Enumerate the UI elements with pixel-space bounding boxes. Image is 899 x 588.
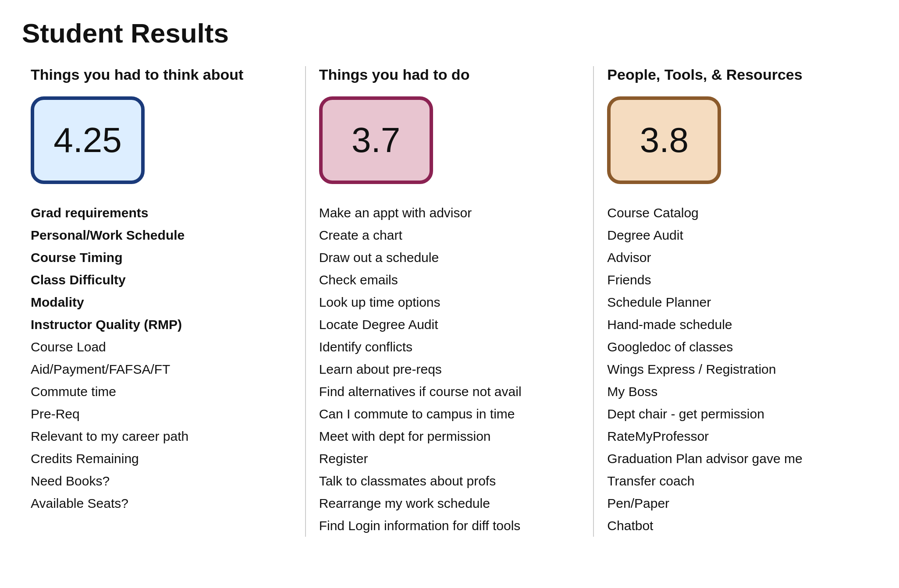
list-item: Register [319, 447, 580, 470]
list-item: Course Load [31, 336, 292, 358]
list-item: Aid/Payment/FAFSA/FT [31, 358, 292, 380]
list-item: Wings Express / Registration [607, 358, 868, 380]
list-item: Modality [31, 291, 292, 313]
column-divider [593, 66, 594, 537]
column-think: Things you had to think about4.25Grad re… [22, 66, 301, 514]
list-item: Schedule Planner [607, 291, 868, 313]
list-item: Hand-made schedule [607, 313, 868, 336]
list-item: Credits Remaining [31, 447, 292, 470]
list-item: Check emails [319, 269, 580, 291]
list-item: Talk to classmates about profs [319, 470, 580, 492]
list-item: RateMyProfessor [607, 425, 868, 447]
score-box-think: 4.25 [31, 96, 145, 184]
score-box-resources: 3.8 [607, 96, 721, 184]
list-item: Graduation Plan advisor gave me [607, 447, 868, 470]
list-item: Class Difficulty [31, 269, 292, 291]
list-item: Instructor Quality (RMP) [31, 313, 292, 336]
list-item: Need Books? [31, 470, 292, 492]
column-header-do: Things you had to do [319, 66, 580, 83]
column-header-think: Things you had to think about [31, 66, 292, 83]
item-list-resources: Course CatalogDegree AuditAdvisorFriends… [607, 202, 868, 537]
list-item: Relevant to my career path [31, 425, 292, 447]
list-item: Grad requirements [31, 202, 292, 224]
list-item: Make an appt with advisor [319, 202, 580, 224]
list-item: Learn about pre-reqs [319, 358, 580, 380]
column-header-resources: People, Tools, & Resources [607, 66, 868, 83]
list-item: Personal/Work Schedule [31, 224, 292, 246]
list-item: Commute time [31, 380, 292, 403]
list-item: Course Timing [31, 246, 292, 269]
list-item: Dept chair - get permission [607, 403, 868, 425]
list-item: Look up time options [319, 291, 580, 313]
list-item: Create a chart [319, 224, 580, 246]
list-item: Chatbot [607, 514, 868, 537]
list-item: Meet with dept for permission [319, 425, 580, 447]
list-item: Available Seats? [31, 492, 292, 514]
list-item: Friends [607, 269, 868, 291]
column-divider [305, 66, 306, 537]
list-item: Advisor [607, 246, 868, 269]
list-item: Find alternatives if course not avail [319, 380, 580, 403]
item-list-think: Grad requirementsPersonal/Work ScheduleC… [31, 202, 292, 514]
list-item: Can I commute to campus in time [319, 403, 580, 425]
columns-wrapper: Things you had to think about4.25Grad re… [22, 66, 877, 537]
page-title: Student Results [22, 18, 877, 49]
list-item: Locate Degree Audit [319, 313, 580, 336]
list-item: Googledoc of classes [607, 336, 868, 358]
list-item: Draw out a schedule [319, 246, 580, 269]
list-item: Degree Audit [607, 224, 868, 246]
list-item: My Boss [607, 380, 868, 403]
list-item: Transfer coach [607, 470, 868, 492]
list-item: Pre-Req [31, 403, 292, 425]
list-item: Identify conflicts [319, 336, 580, 358]
item-list-do: Make an appt with advisorCreate a chartD… [319, 202, 580, 537]
list-item: Course Catalog [607, 202, 868, 224]
column-resources: People, Tools, & Resources3.8Course Cata… [598, 66, 877, 537]
list-item: Find Login information for diff tools [319, 514, 580, 537]
column-do: Things you had to do3.7Make an appt with… [310, 66, 589, 537]
list-item: Pen/Paper [607, 492, 868, 514]
score-box-do: 3.7 [319, 96, 433, 184]
list-item: Rearrange my work schedule [319, 492, 580, 514]
